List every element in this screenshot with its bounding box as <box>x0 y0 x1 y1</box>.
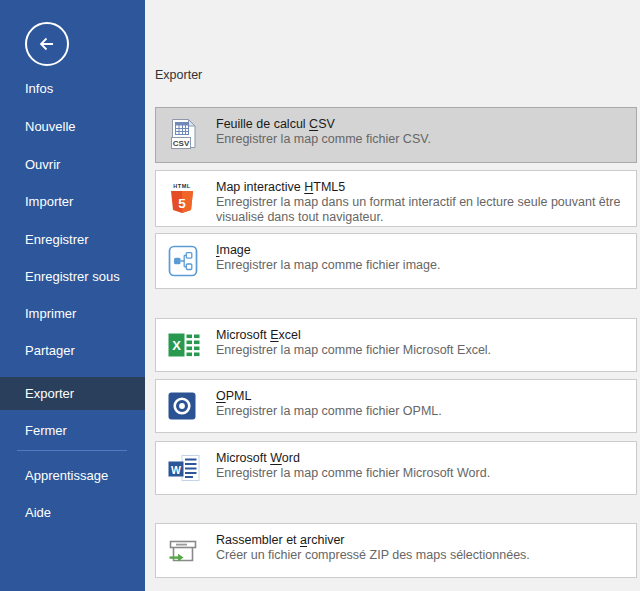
excel-icon: X <box>156 319 216 371</box>
export-option-archive[interactable]: Rassembler et archiver Créer un fichier … <box>155 523 637 578</box>
sidebar-item-enregistrer[interactable]: Enregistrer <box>0 232 145 248</box>
export-option-title: Rassembler et archiver <box>216 532 530 548</box>
sidebar-item-importer[interactable]: Importer <box>0 194 145 210</box>
svg-text:X: X <box>172 338 181 353</box>
export-option-csv[interactable]: CSV Feuille de calcul CSV Enregistrer la… <box>155 107 637 163</box>
sidebar-item-enregistrer-sous[interactable]: Enregistrer sous <box>0 269 145 285</box>
backstage-view: Infos Nouvelle Ouvrir Importer Enregistr… <box>0 0 640 591</box>
sidebar-item-ouvrir[interactable]: Ouvrir <box>0 157 145 173</box>
sidebar-item-infos[interactable]: Infos <box>0 81 145 97</box>
export-option-title: Feuille de calcul CSV <box>216 116 431 132</box>
export-option-title: OPML <box>216 388 442 404</box>
export-option-title: Map interactive HTML5 <box>216 179 634 195</box>
image-map-icon <box>156 234 216 288</box>
sidebar-item-aide[interactable]: Aide <box>0 505 145 521</box>
export-option-title: Image <box>216 242 440 258</box>
back-button[interactable] <box>25 22 69 66</box>
export-option-description: Enregistrer la map comme fichier OPML. <box>216 404 442 419</box>
archive-box-icon <box>156 524 216 577</box>
export-option-excel[interactable]: X Microsoft Excel Enregistrer la map com… <box>155 318 637 372</box>
sidebar-divider <box>17 450 127 451</box>
sidebar-item-nouvelle[interactable]: Nouvelle <box>0 119 145 135</box>
opml-icon <box>156 380 216 432</box>
export-option-title: Microsoft Excel <box>216 327 491 343</box>
sidebar-item-exporter[interactable]: Exporter <box>0 377 145 410</box>
html5-icon: HTML 5 <box>156 171 216 226</box>
svg-text:HTML: HTML <box>173 183 191 189</box>
export-option-description: Enregistrer la map comme fichier Microso… <box>216 343 491 358</box>
sidebar-item-partager[interactable]: Partager <box>0 343 145 359</box>
export-option-description: Enregistrer la map comme fichier Microso… <box>216 466 490 481</box>
sidebar-item-imprimer[interactable]: Imprimer <box>0 306 145 322</box>
export-option-title: Microsoft Word <box>216 450 490 466</box>
svg-text:CSV: CSV <box>173 139 190 148</box>
export-option-description: Enregistrer la map comme fichier CSV. <box>216 132 431 147</box>
export-option-description: Enregistrer la map dans un format intera… <box>216 195 634 225</box>
export-option-description: Enregistrer la map comme fichier image. <box>216 258 440 273</box>
export-option-word[interactable]: W Microsoft Word Enregistrer la map comm… <box>155 441 637 495</box>
export-option-html5[interactable]: HTML 5 Map interactive HTML5 Enregistrer… <box>155 170 637 227</box>
csv-spreadsheet-icon: CSV <box>156 108 216 162</box>
sidebar-item-apprentissage[interactable]: Apprentissage <box>0 468 145 484</box>
export-option-opml[interactable]: OPML Enregistrer la map comme fichier OP… <box>155 379 637 433</box>
svg-text:W: W <box>171 464 181 476</box>
export-option-description: Créer un fichier compressé ZIP des maps … <box>216 548 530 563</box>
word-icon: W <box>156 442 216 494</box>
backstage-sidebar: Infos Nouvelle Ouvrir Importer Enregistr… <box>0 0 145 591</box>
sidebar-item-fermer[interactable]: Fermer <box>0 423 145 439</box>
export-option-image[interactable]: Image Enregistrer la map comme fichier i… <box>155 233 637 289</box>
page-title: Exporter <box>155 68 202 83</box>
svg-text:5: 5 <box>178 196 186 211</box>
back-arrow-icon <box>36 33 58 55</box>
